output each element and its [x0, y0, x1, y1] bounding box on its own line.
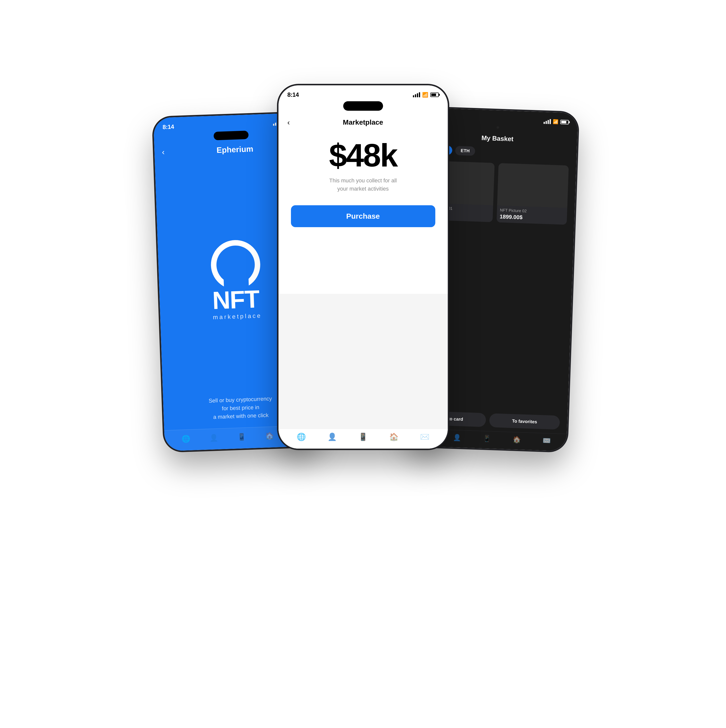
back-arrow-icon[interactable]: ‹: [162, 148, 164, 157]
price-description: This much you collect for allyour market…: [329, 176, 397, 193]
center-nav-tablet[interactable]: 📱: [358, 433, 368, 441]
center-status-bar: 8:14 📶: [279, 85, 448, 100]
dynamic-island: [213, 131, 248, 140]
right-battery-icon: [560, 120, 569, 124]
center-dynamic-island: [343, 101, 383, 111]
right-status-icons: 📶: [543, 119, 569, 125]
nft-image-2: [497, 163, 569, 208]
center-phone: 8:14 📶 ‹: [279, 85, 448, 448]
price-display: $48k: [329, 139, 397, 171]
left-time: 8:14: [162, 123, 174, 131]
center-battery-icon: [430, 93, 439, 97]
center-status-icons: 📶: [413, 92, 439, 98]
nft-subtitle: marketplace: [213, 312, 262, 321]
eth-pill[interactable]: ETH: [455, 146, 475, 156]
nft-ring-logo: [207, 236, 264, 293]
center-back-icon[interactable]: ‹: [288, 118, 290, 127]
nft-card-2-price: 1899.00$: [499, 214, 564, 222]
right-wifi-icon: 📶: [553, 119, 558, 125]
right-camera: [496, 126, 499, 128]
center-wifi-icon: 📶: [422, 92, 428, 98]
purchase-button[interactable]: Purchase: [291, 205, 435, 227]
right-nav-mail[interactable]: ✉️: [542, 437, 551, 445]
center-bottom-section: [279, 294, 448, 448]
center-time: 8:14: [288, 91, 299, 98]
center-nav-globe[interactable]: 🌐: [297, 433, 306, 441]
nft-text: NFT: [212, 286, 262, 313]
center-signal-bars: [413, 92, 420, 97]
center-header: ‹ Marketplace: [279, 115, 448, 129]
nav-home-icon[interactable]: 🏠: [265, 432, 274, 440]
center-nav-home[interactable]: 🏠: [389, 433, 398, 441]
nav-tablet-icon[interactable]: 📱: [237, 433, 246, 441]
nav-globe-icon[interactable]: 🌐: [181, 435, 190, 443]
center-nav-bar: 🌐 👤 📱 🏠 ✉️: [279, 429, 448, 448]
center-nav-user[interactable]: 👤: [328, 433, 337, 441]
right-signal: [543, 119, 551, 124]
to-favorites-button[interactable]: To favorites: [489, 413, 560, 430]
center-screen-title: Marketplace: [343, 118, 383, 126]
nav-user-icon[interactable]: 👤: [209, 434, 218, 442]
right-nav-home[interactable]: 🏠: [513, 436, 521, 444]
nft-card-2[interactable]: NFT Picture 02 1899.00$: [496, 163, 569, 225]
nft-card-2-info: NFT Picture 02 1899.00$: [496, 205, 567, 225]
right-screen-title: My Basket: [481, 134, 513, 143]
right-nav-tablet[interactable]: 📱: [483, 435, 491, 443]
center-content: $48k This much you collect for allyour m…: [279, 129, 448, 294]
right-nav-user[interactable]: 👤: [453, 434, 461, 442]
center-nav-mail[interactable]: ✉️: [420, 433, 429, 441]
